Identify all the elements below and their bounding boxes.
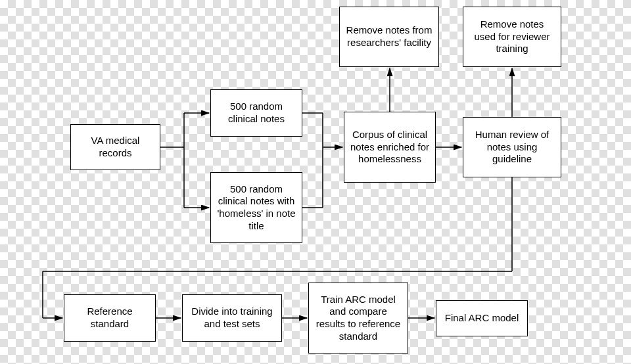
box-text: Remove notes used for reviewer training — [469, 18, 555, 55]
box-divide: Divide into training and test sets — [182, 294, 282, 342]
box-text: Corpus of clinical notes enriched for ho… — [350, 129, 430, 166]
box-text: Reference standard — [70, 306, 150, 330]
box-500-random: 500 random clinical notes — [210, 89, 302, 137]
box-corpus: Corpus of clinical notes enriched for ho… — [344, 112, 436, 183]
box-text: Remove notes from researchers' facility — [345, 24, 433, 49]
box-text: Divide into training and test sets — [188, 306, 276, 330]
box-text: Human review of notes using guideline — [469, 129, 555, 166]
box-final-arc: Final ARC model — [436, 300, 528, 336]
box-text: 500 random clinical notes with 'homeless… — [216, 183, 296, 233]
box-train-arc: Train ARC model and compare results to r… — [308, 283, 408, 353]
box-reference-standard: Reference standard — [64, 294, 156, 342]
box-text: Final ARC model — [445, 312, 519, 325]
box-text: 500 random clinical notes — [216, 101, 296, 125]
box-remove-reviewer: Remove notes used for reviewer training — [463, 7, 561, 67]
box-500-random-homeless: 500 random clinical notes with 'homeless… — [210, 172, 302, 243]
box-human-review: Human review of notes using guideline — [463, 117, 561, 177]
box-text: Train ARC model and compare results to r… — [314, 294, 402, 343]
box-text: VA medical records — [76, 135, 154, 160]
box-remove-facility: Remove notes from researchers' facility — [339, 7, 439, 67]
box-va-medical-records: VA medical records — [70, 124, 160, 170]
